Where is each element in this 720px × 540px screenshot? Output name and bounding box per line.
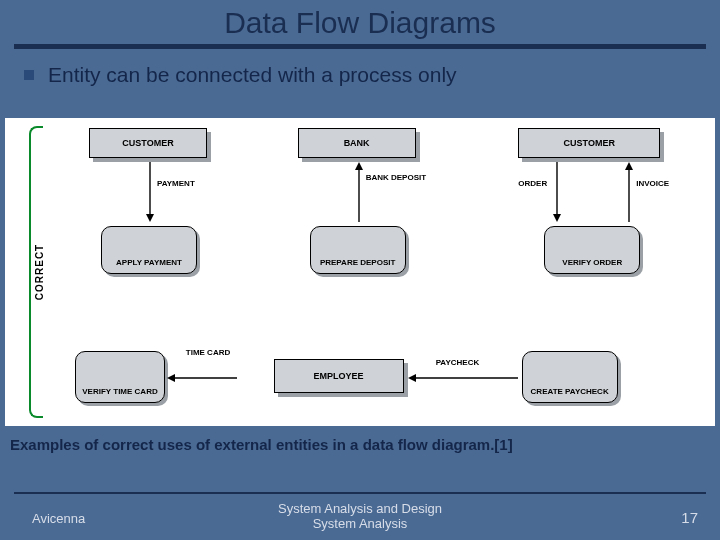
slide-title: Data Flow Diagrams xyxy=(0,0,720,40)
svg-marker-7 xyxy=(625,162,633,170)
entity-customer: CUSTOMER xyxy=(89,128,207,158)
svg-marker-1 xyxy=(146,214,154,222)
arrow-down-order-icon xyxy=(552,162,562,222)
brace-icon xyxy=(29,126,43,418)
bullet-text: Entity can be connected with a process o… xyxy=(48,63,457,87)
cell-employee-paycheck: EMPLOYEE PAYCHECK CREATE PAYCHECK xyxy=(266,325,705,422)
title-underline xyxy=(14,44,706,49)
slide: Data Flow Diagrams Entity can be connect… xyxy=(0,0,720,540)
svg-marker-11 xyxy=(408,374,416,382)
entity-employee: EMPLOYEE xyxy=(274,359,404,393)
flow-paycheck: PAYCHECK xyxy=(436,359,480,368)
cell-bank-deposit: BANK BANK DEPOSIT PREPARE DEPOSIT xyxy=(266,122,467,321)
process-verify-order: VERIFY ORDER xyxy=(544,226,640,274)
svg-marker-9 xyxy=(167,374,175,382)
footer-rule xyxy=(14,492,706,494)
svg-marker-5 xyxy=(553,214,561,222)
flow-timecard: TIME CARD xyxy=(183,349,233,358)
footer-line2: System Analysis xyxy=(313,516,408,531)
arrow-up-invoice-icon xyxy=(624,162,634,222)
arrow-left-paycheck-icon xyxy=(408,373,518,383)
cell-timecard: VERIFY TIME CARD TIME CARD xyxy=(57,325,258,422)
cell-customer-payment: CUSTOMER PAYMENT APPLY PAYMENT xyxy=(57,122,258,321)
flow-payment: PAYMENT xyxy=(157,180,195,189)
process-create-paycheck: CREATE PAYCHECK xyxy=(522,351,618,403)
page-number: 17 xyxy=(681,509,698,526)
cell-customer-order: CUSTOMER ORDER INVOICE VERIFY ORDER xyxy=(474,122,705,321)
process-apply-payment: APPLY PAYMENT xyxy=(101,226,197,274)
process-prepare-deposit: PREPARE DEPOSIT xyxy=(310,226,406,274)
diagram-grid: CUSTOMER PAYMENT APPLY PAYMENT BANK BANK… xyxy=(57,122,705,422)
flow-bank-deposit: BANK DEPOSIT xyxy=(366,174,426,183)
flow-order: ORDER xyxy=(518,180,547,189)
arrow-left-timecard-icon xyxy=(167,373,237,383)
bullet-row: Entity can be connected with a process o… xyxy=(24,63,720,87)
caption: Examples of correct uses of external ent… xyxy=(10,436,710,453)
entity-bank: BANK xyxy=(298,128,416,158)
diagram-panel: CORRECT CUSTOMER PAYMENT APPLY PAYMENT B… xyxy=(5,118,715,426)
arrow-down-icon xyxy=(145,162,155,222)
svg-marker-3 xyxy=(355,162,363,170)
square-bullet-icon xyxy=(24,70,34,80)
flow-invoice: INVOICE xyxy=(636,180,669,189)
arrow-up-icon xyxy=(354,162,364,222)
process-verify-timecard: VERIFY TIME CARD xyxy=(75,351,165,403)
footer-line1: System Analysis and Design xyxy=(278,501,442,516)
footer-center: System Analysis and Design System Analys… xyxy=(0,501,720,532)
entity-customer-2: CUSTOMER xyxy=(518,128,660,158)
